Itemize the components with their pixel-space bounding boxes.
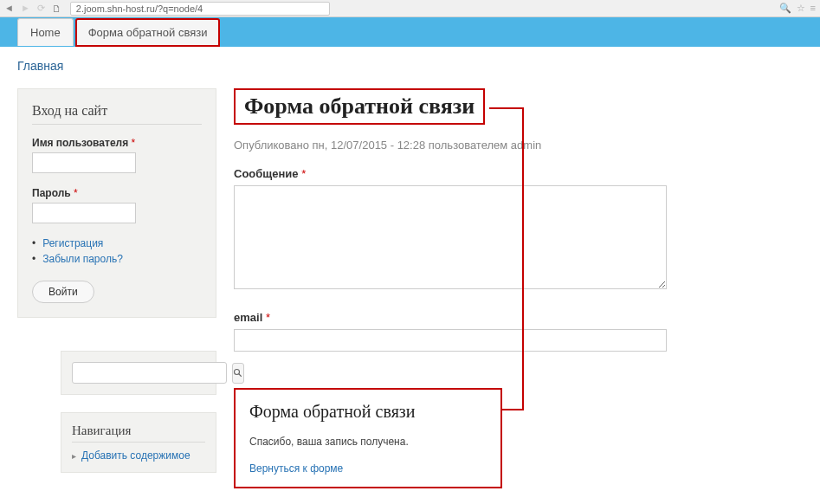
- reload-icon[interactable]: ⟳: [37, 3, 45, 14]
- login-block: Вход на сайт Имя пользователя * Пароль *…: [17, 88, 216, 318]
- publish-meta: Опубликовано пн, 12/07/2015 - 12:28 поль…: [234, 139, 803, 152]
- required-asterisk: *: [266, 311, 270, 324]
- annotation-line: [502, 409, 524, 410]
- navigation-title: Навигация: [72, 423, 205, 443]
- page-icon: 🗋: [52, 3, 61, 14]
- username-label: Имя пользователя *: [32, 137, 202, 149]
- search-input[interactable]: [72, 362, 227, 384]
- username-input[interactable]: [32, 152, 136, 173]
- required-asterisk: *: [301, 167, 306, 180]
- confirmation-title: Форма обратной связи: [249, 402, 487, 422]
- main-nav-bar: Home Форма обратной связи: [0, 17, 820, 47]
- login-button[interactable]: Войти: [32, 281, 94, 303]
- password-input[interactable]: [32, 203, 136, 223]
- back-icon[interactable]: ◄: [4, 3, 14, 14]
- sidebar: Вход на сайт Имя пользователя * Пароль *…: [17, 88, 216, 473]
- confirmation-block: Форма обратной связи Спасибо, ваша запис…: [234, 388, 502, 488]
- zoom-icon[interactable]: 🔍: [779, 3, 791, 14]
- browser-address-bar: ◄ ► ⟳ 🗋 2.joom.shn-host.ru/?q=node/4 🔍 ☆…: [0, 0, 820, 17]
- nav-item-add-content[interactable]: Добавить содержимое: [72, 449, 205, 462]
- annotation-line: [522, 107, 524, 410]
- back-to-form-link[interactable]: Вернуться к форме: [249, 462, 343, 475]
- login-title: Вход на сайт: [32, 103, 202, 119]
- main-content: Форма обратной связи Опубликовано пн, 12…: [234, 88, 803, 488]
- forward-icon[interactable]: ►: [21, 3, 30, 14]
- message-textarea[interactable]: [234, 185, 667, 289]
- message-label: Сообщение *: [234, 167, 803, 180]
- confirmation-message: Спасибо, ваша запись получена.: [249, 436, 487, 448]
- login-links: Регистрация Забыли пароль?: [32, 237, 202, 265]
- browser-right-icons: 🔍 ☆ ≡: [779, 3, 816, 14]
- page-title: Форма обратной связи: [234, 88, 485, 125]
- register-link[interactable]: Регистрация: [42, 237, 103, 249]
- forgot-password-link[interactable]: Забыли пароль?: [42, 253, 123, 265]
- required-asterisk: *: [74, 187, 78, 199]
- navigation-block: Навигация Добавить содержимое: [61, 412, 216, 473]
- search-block: [61, 351, 216, 395]
- nav-tab-home[interactable]: Home: [17, 18, 74, 46]
- star-icon[interactable]: ☆: [797, 3, 805, 14]
- url-input[interactable]: 2.joom.shn-host.ru/?q=node/4: [70, 2, 330, 16]
- nav-tab-feedback-form[interactable]: Форма обратной связи: [75, 18, 221, 47]
- menu-icon[interactable]: ≡: [810, 3, 816, 14]
- required-asterisk: *: [132, 137, 136, 149]
- annotation-line: [489, 107, 524, 109]
- password-label: Пароль *: [32, 187, 202, 199]
- browser-nav-icons: ◄ ► ⟳: [4, 3, 45, 14]
- breadcrumb-home[interactable]: Главная: [17, 59, 803, 73]
- divider: [32, 124, 202, 125]
- email-input[interactable]: [234, 329, 667, 352]
- email-label: email *: [234, 311, 803, 324]
